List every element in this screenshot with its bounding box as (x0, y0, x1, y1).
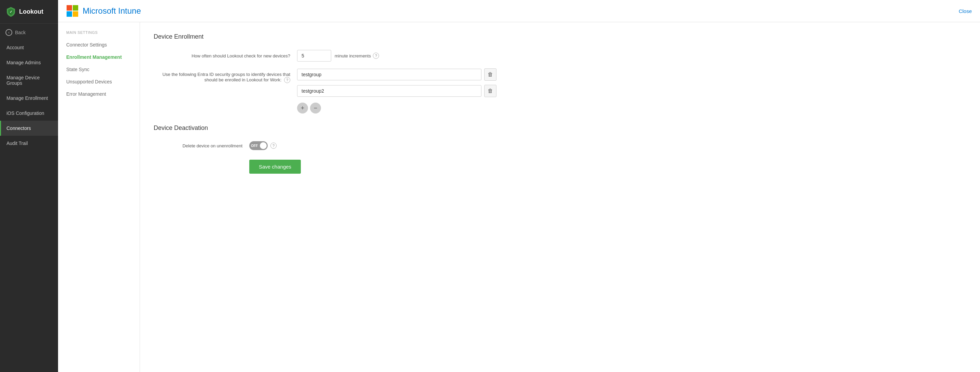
delete-icon-2: 🗑 (488, 88, 493, 94)
top-header: Microsoft Intune Close (58, 0, 980, 22)
svg-text:✓: ✓ (10, 10, 12, 14)
svg-rect-3 (67, 11, 72, 17)
group-row-2: 🗑 (297, 85, 496, 97)
save-row: Save changes (249, 157, 966, 174)
back-button[interactable]: ‹ Back (0, 25, 58, 40)
delete-device-toggle[interactable]: OFF (249, 141, 268, 150)
sidebar-item-connectors[interactable]: Connectors (0, 121, 58, 136)
sidebar-logo: ✓ Lookout (0, 0, 58, 24)
sidebar-item-audit-trail[interactable]: Audit Trail (0, 136, 58, 151)
save-button[interactable]: Save changes (249, 160, 301, 174)
main-content: Microsoft Intune Close MAIN SETTINGS Con… (58, 0, 980, 372)
group-input-1[interactable] (297, 69, 482, 80)
form-panel: Device Enrollment How often should Looko… (140, 22, 980, 372)
settings-section-label: MAIN SETTINGS (58, 30, 140, 38)
settings-nav: MAIN SETTINGS Connector Settings Enrollm… (58, 22, 140, 372)
nav-enrollment-management[interactable]: Enrollment Management (58, 51, 140, 63)
nav-connector-settings[interactable]: Connector Settings (58, 38, 140, 51)
header-brand: Microsoft Intune (66, 5, 141, 17)
groups-area: 🗑 🗑 + − (297, 69, 496, 113)
add-group-button[interactable]: + (297, 102, 308, 113)
nav-state-sync[interactable]: State Sync (58, 63, 140, 75)
sidebar-item-manage-enrollment[interactable]: Manage Enrollment (0, 91, 58, 105)
sidebar-item-manage-device-groups[interactable]: Manage Device Groups (0, 70, 58, 91)
header-title: Microsoft Intune (83, 6, 141, 16)
frequency-unit: minute increments (335, 53, 371, 59)
delete-icon-1: 🗑 (488, 72, 493, 78)
frequency-row: How often should Lookout check for new d… (154, 50, 966, 62)
device-enrollment-section: Device Enrollment How often should Looko… (154, 33, 966, 113)
groups-help-icon[interactable]: ? (284, 77, 290, 83)
sidebar-nav: Account Manage Admins Manage Device Grou… (0, 40, 58, 372)
nav-unsupported-devices[interactable]: Unsupported Devices (58, 75, 140, 88)
microsoft-logo-icon (66, 5, 78, 17)
frequency-input[interactable] (297, 50, 331, 62)
toggle-state-label: OFF (251, 144, 258, 148)
device-deactivation-section: Device Deactivation Delete device on une… (154, 125, 966, 174)
groups-row: Use the following Entra ID security grou… (154, 69, 966, 113)
delete-group-2-button[interactable]: 🗑 (484, 85, 496, 97)
svg-rect-2 (73, 5, 78, 11)
sidebar-item-account[interactable]: Account (0, 40, 58, 55)
svg-rect-4 (73, 11, 78, 17)
deactivation-row: Delete device on unenrollment OFF ? (154, 141, 966, 150)
lookout-shield-icon: ✓ (5, 6, 16, 17)
device-enrollment-title: Device Enrollment (154, 33, 966, 40)
back-arrow-icon: ‹ (5, 29, 12, 36)
sidebar-logo-text: Lookout (19, 8, 43, 15)
frequency-label: How often should Lookout check for new d… (154, 53, 297, 59)
sidebar: ✓ Lookout ‹ Back Account Manage Admins M… (0, 0, 58, 372)
deactivation-help-icon[interactable]: ? (270, 142, 277, 149)
svg-rect-1 (67, 5, 72, 11)
delete-device-label: Delete device on unenrollment (154, 143, 249, 148)
plus-minus-row: + − (297, 102, 496, 113)
close-button[interactable]: Close (959, 8, 972, 14)
toggle-knob (260, 142, 267, 149)
content-area: MAIN SETTINGS Connector Settings Enrollm… (58, 22, 980, 372)
back-label: Back (15, 30, 25, 35)
sidebar-item-ios-configuration[interactable]: iOS Configuration (0, 105, 58, 121)
delete-group-1-button[interactable]: 🗑 (484, 69, 496, 81)
sidebar-item-manage-admins[interactable]: Manage Admins (0, 55, 58, 70)
group-input-2[interactable] (297, 85, 482, 97)
group-row-1: 🗑 (297, 69, 496, 81)
frequency-help-icon[interactable]: ? (373, 53, 379, 59)
device-deactivation-title: Device Deactivation (154, 125, 966, 132)
groups-label: Use the following Entra ID security grou… (154, 69, 297, 83)
nav-error-management[interactable]: Error Management (58, 88, 140, 100)
remove-group-button[interactable]: − (310, 102, 321, 113)
